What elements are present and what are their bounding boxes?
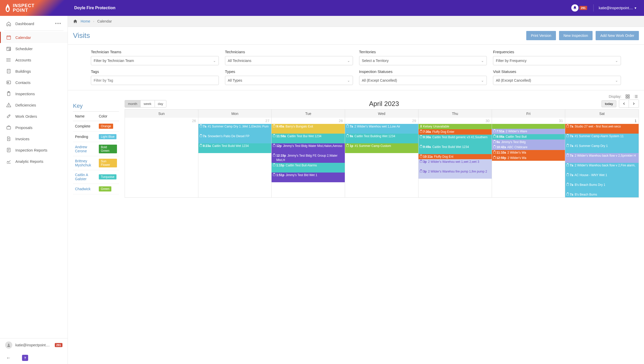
filter-tags-input[interactable] <box>91 76 219 85</box>
sidebar-item-inspections[interactable]: Inspections <box>0 88 68 99</box>
cal-day-cell[interactable]: 30Kelsey Unavailable7:30a Fluffy Dog Ent… <box>418 118 492 197</box>
user-menu[interactable]: katie@inspectpoint.... ▾ <box>599 6 636 10</box>
home-icon[interactable] <box>73 19 78 24</box>
calendar-event[interactable]: 12p Jimmy's Test Bldg Water Mist,Halon,A… <box>272 143 345 153</box>
filter-insp-status-select[interactable]: All (Except Cancelled)⌄ <box>359 76 487 85</box>
view-day-button[interactable]: day <box>155 100 166 107</box>
calendar-event[interactable]: 7a Snowden's Patio De Diesel FP <box>198 134 272 143</box>
sidebar-item-inspection-reports[interactable]: Inspection Reports <box>0 144 68 156</box>
calendar-event[interactable]: 9:45a Barry's Bungalo Exit <box>272 124 345 134</box>
calendar-event[interactable]: 1:51p Jimmy's Test Bld Wet 1 <box>272 173 345 182</box>
sidebar-item-work-orders[interactable]: Work Orders <box>0 111 68 122</box>
key-color-tag: Light Blue <box>99 134 116 139</box>
filter-types-select[interactable]: All Types⌄ <box>225 76 353 85</box>
svg-point-36 <box>8 344 9 345</box>
calendar-event[interactable]: 7a Studio 27 wet - first floor,wet-seco <box>565 124 639 134</box>
cal-day-cell[interactable]: 297a 2 Wilder's Warehou wet 1,Low Air9a … <box>345 118 418 197</box>
calendar-event[interactable]: 7a 2 Wilder's Warehou back flow v 2,Fire… <box>565 163 639 173</box>
cal-day-cell[interactable]: 17a Studio 27 wet - first floor,wet-seco… <box>565 118 639 197</box>
calendar-event[interactable]: 7:30a Fluffy Dog Enter <box>418 129 492 135</box>
collapse-sidebar-icon[interactable]: ← <box>6 355 11 361</box>
svg-rect-81 <box>421 160 422 160</box>
view-month-button[interactable]: month <box>125 100 141 107</box>
calendar-event[interactable]: 7a #1 Summer Camp Dry 1 <box>565 143 639 153</box>
calendar-event[interactable]: 8:06a Caitlin Test Buil <box>492 134 565 140</box>
calendar-event[interactable]: 7a B's Beach Bums <box>565 192 639 197</box>
more-icon[interactable]: ••• <box>55 21 61 26</box>
svg-rect-40 <box>628 97 629 98</box>
calendar-event[interactable]: 9a Jimmy's Test Bldg <box>492 140 565 145</box>
key-name[interactable]: Chadwick <box>73 184 97 194</box>
view-week-button[interactable]: week <box>141 100 155 107</box>
next-button[interactable] <box>629 100 639 108</box>
calendar-event[interactable]: 12:59p 2 Wilder's Wa <box>492 155 565 161</box>
filter-technicians-select[interactable]: All Technicians⌄ <box>225 56 353 65</box>
calendar-event[interactable]: 1p #1 Summer Camp Custom <box>345 143 418 153</box>
calendar-event[interactable]: 10:11a Fluffy Dog Ent <box>418 154 492 159</box>
calendar-event[interactable]: 10:42a ABC Childcare <box>492 145 565 150</box>
sidebar-item-invoices[interactable]: Invoices <box>0 133 68 144</box>
day-number: 26 <box>192 119 196 123</box>
sidebar-item-deficiencies[interactable]: Deficiencies <box>0 99 68 111</box>
calendar-event[interactable]: 8:23a Caitlin Test Build Wet 1234 <box>198 143 272 153</box>
calendar-event[interactable]: 7a AC House - WNY Wet 1 <box>565 173 639 182</box>
key-name[interactable]: Brittney Myshchuk <box>73 156 97 170</box>
filter-teams-select[interactable]: Filter by Technician Team⌄ <box>91 56 219 65</box>
calendar-event[interactable]: 3p 2 Wilder's Warehou fire pump 1,fire p… <box>418 169 492 179</box>
svg-point-12 <box>7 58 7 59</box>
filter-visit-status-select[interactable]: All (Except Cancelled)⌄ <box>493 76 621 85</box>
key-color-tag: Turquoise <box>99 174 116 179</box>
calendar-event[interactable]: 9:30a Caitlin Test Build generic v3 #2,S… <box>418 135 492 144</box>
sidebar-item-dashboard[interactable]: Dashboard••• <box>0 18 68 29</box>
cal-day-cell[interactable]: 277a #1 Summer Camp Dry 1 ,Wet 1,Electri… <box>198 118 272 197</box>
help-button[interactable]: ? <box>22 355 28 361</box>
logo[interactable]: INSPECTPOINT <box>0 0 68 16</box>
calendar-event[interactable]: 9a Caitlin Test Building Wet 1234 <box>345 134 418 143</box>
today-button[interactable]: today <box>602 100 616 107</box>
calendar-event[interactable]: 7a #1 Summer Camp Dry 1 ,Wet 1,Electric … <box>198 124 272 134</box>
notifications[interactable]: 291 <box>571 4 587 12</box>
calendar-event[interactable]: 3p 2 Wilder's Warehou wet 1,wet 2,wet 3 <box>418 159 492 169</box>
sidebar-item-analytic-reports[interactable]: Analytic Reports <box>0 156 68 167</box>
svg-rect-79 <box>421 155 422 155</box>
calendar-event[interactable]: 7a 2 Wilder's Warehou back flow v 2,Spri… <box>565 153 639 163</box>
cal-day-cell[interactable]: 26 <box>125 118 198 197</box>
sidebar-item-accounts[interactable]: Accounts <box>0 54 68 66</box>
day-number: 27 <box>265 119 270 123</box>
display-list-icon[interactable] <box>633 93 639 100</box>
sidebar-item-scheduler[interactable]: Scheduler <box>0 43 68 54</box>
key-name[interactable]: Andrew Cerone <box>73 142 97 156</box>
calendar-event[interactable]: 12:15p Jimmy's Test Bldg FE Group 2,Wate… <box>272 153 345 163</box>
sidebar-item-contacts[interactable]: Contacts <box>0 77 68 88</box>
sidebar-item-proposals[interactable]: Proposals <box>0 122 68 133</box>
calendar-event[interactable]: 7a B's Beach Bums Dry 1 <box>565 182 639 192</box>
svg-rect-99 <box>567 134 568 135</box>
sidebar-user[interactable]: katie@inspectpoint.... 291 <box>0 338 68 352</box>
key-name[interactable]: Caitlin A Galster <box>73 170 97 184</box>
calendar-event[interactable]: 7a #1 Summer Camp Alarm System 11 <box>565 134 639 143</box>
calendar-event[interactable]: 7a 2 Wilder's Warehou wet 1,Low Air <box>345 124 418 134</box>
calendar-event[interactable]: Kelsey Unavailable <box>418 124 492 129</box>
breadcrumb-home[interactable]: Home <box>81 19 90 23</box>
svg-point-71 <box>421 125 422 126</box>
cal-day-cell[interactable]: 31 7:51a 2 Wilder's Ware8:06a Caitlin Te… <box>492 118 565 197</box>
calendar-event[interactable]: 9:49a Caitlin Test Build Wet 1234 <box>418 144 492 154</box>
display-grid-icon[interactable] <box>625 93 631 100</box>
filter-territories-select[interactable]: Select a Territory⌄ <box>359 56 487 65</box>
cal-day-cell[interactable]: 289:45a Barry's Bungalo Exit11:58a Caitl… <box>272 118 345 197</box>
print-version-button[interactable]: Print Version <box>526 31 556 40</box>
calendar-event[interactable]: 1:15p Caitlin Test Buil Alarms <box>272 163 345 173</box>
new-inspection-button[interactable]: New Inspection <box>559 31 593 40</box>
svg-rect-93 <box>494 151 495 151</box>
filter-frequencies-select[interactable]: Filter by Frequency⌄ <box>493 56 621 65</box>
calendar-event[interactable]: 11:58a Caitlin Test Bui Wet 1234 <box>272 134 345 143</box>
sidebar-item-calendar[interactable]: Calendar <box>0 32 68 43</box>
calendar-event[interactable]: 7:51a 2 Wilder's Ware <box>492 129 565 134</box>
prev-button[interactable] <box>619 100 629 108</box>
sidebar-item-buildings[interactable]: Buildings <box>0 66 68 77</box>
add-work-order-button[interactable]: Add New Work Order <box>596 31 639 40</box>
calendar-event[interactable] <box>492 124 565 129</box>
calendar-event[interactable]: 11:10a 2 Wilder's Wa <box>492 150 565 155</box>
svg-rect-48 <box>200 124 201 125</box>
svg-rect-51 <box>200 144 202 147</box>
